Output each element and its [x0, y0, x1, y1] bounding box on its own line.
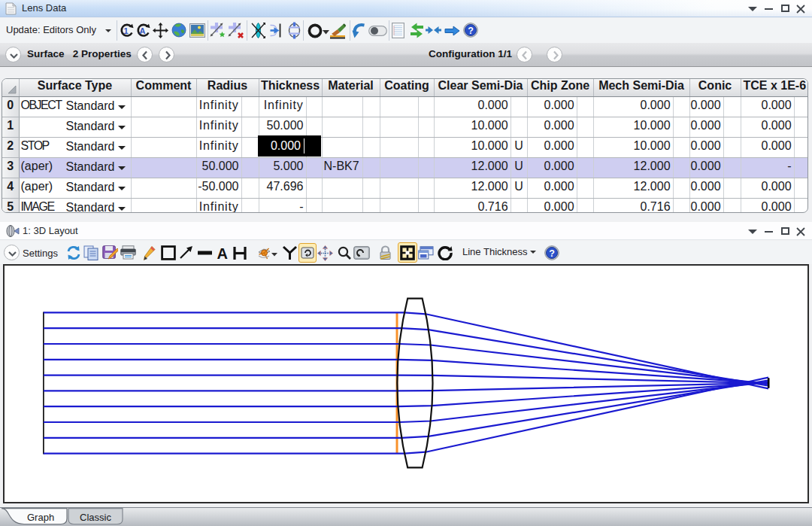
svg-text:A: A: [217, 245, 228, 260]
svg-text:A: A: [140, 26, 146, 35]
svg-text:1: 1: [124, 26, 129, 35]
svg-text:?: ?: [549, 248, 555, 259]
svg-text:Graph: Graph: [27, 512, 54, 523]
svg-text:?: ?: [468, 26, 474, 36]
svg-text:Classic: Classic: [80, 512, 111, 523]
